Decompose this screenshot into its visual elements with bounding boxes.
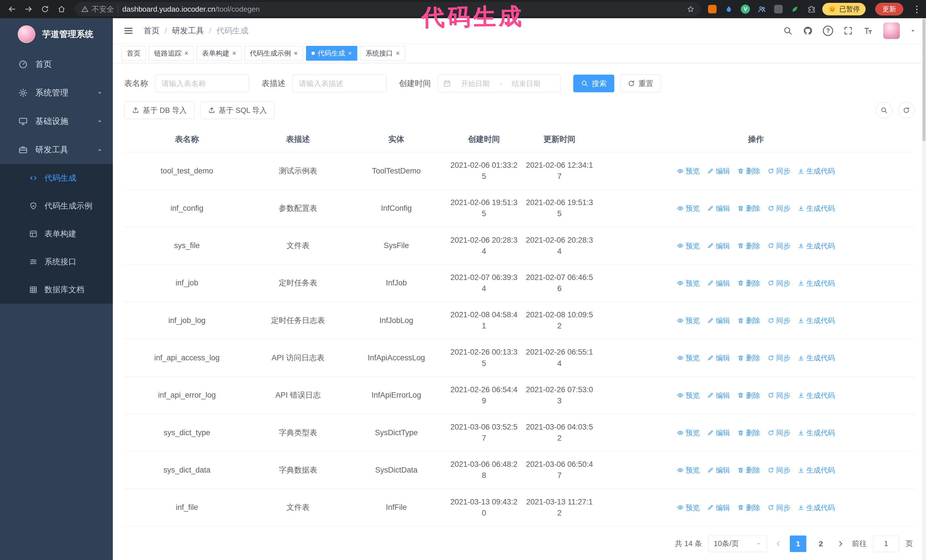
generate-code-link[interactable]: 生成代码 [798,315,835,326]
extension-square-icon[interactable] [773,3,784,15]
update-button[interactable]: 更新 [875,3,903,15]
close-icon[interactable]: × [294,50,298,57]
generate-code-link[interactable]: 生成代码 [798,278,835,288]
date-range-picker[interactable]: - [438,75,561,92]
tab-codegen[interactable]: 代码生成 × [306,46,357,61]
sync-link[interactable]: 同步 [767,278,790,288]
preview-link[interactable]: 预览 [677,241,700,251]
delete-link[interactable]: 删除 [737,390,760,400]
preview-link[interactable]: 预览 [677,427,700,438]
edit-link[interactable]: 编辑 [707,390,730,400]
edit-link[interactable]: 编辑 [707,241,730,251]
edit-link[interactable]: 编辑 [707,315,730,326]
sync-link[interactable]: 同步 [767,241,790,251]
extension-drop-icon[interactable] [723,3,735,15]
sync-link[interactable]: 同步 [767,353,790,363]
sync-link[interactable]: 同步 [767,315,790,326]
import-db-button[interactable]: 基于 DB 导入 [124,101,195,119]
import-sql-button[interactable]: 基于 SQL 导入 [200,101,275,119]
tab-form-builder[interactable]: 表单构建 × [197,46,242,61]
extension-orange-icon[interactable] [707,3,718,15]
extension-vue-devtools-icon[interactable]: V [740,3,751,15]
sync-link[interactable]: 同步 [767,503,790,513]
generate-code-link[interactable]: 生成代码 [798,353,835,363]
reload-button[interactable] [38,2,53,17]
sync-link[interactable]: 同步 [767,465,790,475]
sidebar-item-home[interactable]: 首页 [0,50,113,78]
generate-code-link[interactable]: 生成代码 [798,503,835,513]
chevron-down-icon[interactable] [910,28,916,33]
end-date-input[interactable] [505,80,547,88]
prev-page-button[interactable] [773,536,784,552]
sidebar-item-codegen-example[interactable]: 代码生成示例 [0,192,113,220]
delete-link[interactable]: 删除 [737,465,760,475]
delete-link[interactable]: 删除 [737,241,760,251]
preview-link[interactable]: 预览 [677,166,700,176]
preview-link[interactable]: 预览 [677,353,700,363]
tab-system-api[interactable]: 系统接口 × [360,46,405,61]
generate-code-link[interactable]: 生成代码 [798,203,835,213]
edit-link[interactable]: 编辑 [707,427,730,438]
breadcrumb-home[interactable]: 首页 [144,25,160,36]
edit-link[interactable]: 编辑 [707,278,730,288]
sync-link[interactable]: 同步 [767,390,790,400]
edit-link[interactable]: 编辑 [707,465,730,475]
preview-link[interactable]: 预览 [677,465,700,475]
delete-link[interactable]: 删除 [737,166,760,176]
edit-link[interactable]: 编辑 [707,203,730,213]
tab-home[interactable]: 首页 [121,46,146,61]
goto-page-input[interactable] [873,536,899,552]
table-desc-input[interactable] [292,75,386,92]
table-name-input[interactable] [155,75,249,92]
browser-menu-icon[interactable]: ⋮ [912,4,921,15]
security-warning[interactable]: 不安全 [81,4,114,14]
sync-link[interactable]: 同步 [767,427,790,438]
sidebar-item-system-management[interactable]: 系统管理 [0,78,113,107]
page-button-2[interactable]: 2 [813,536,829,552]
avatar[interactable] [883,23,900,39]
tab-tracing[interactable]: 链路追踪 × [149,46,194,61]
toggle-search-button[interactable] [876,102,893,118]
page-size-select[interactable]: 10条/页 [708,536,767,552]
bookmark-star-icon[interactable] [687,5,694,13]
page-button-1[interactable]: 1 [790,536,806,552]
sync-link[interactable]: 同步 [767,203,790,213]
generate-code-link[interactable]: 生成代码 [798,465,835,475]
font-size-icon[interactable] [863,26,873,36]
sidebar-item-form-builder[interactable]: 表单构建 [0,220,113,248]
close-icon[interactable]: × [348,50,352,57]
edit-link[interactable]: 编辑 [707,166,730,176]
delete-link[interactable]: 删除 [737,503,760,513]
sidebar-item-codegen[interactable]: 代码生成 [0,164,113,192]
sidebar-item-system-api[interactable]: 系统接口 [0,248,113,276]
generate-code-link[interactable]: 生成代码 [798,390,835,400]
reset-button[interactable]: 重置 [620,75,661,92]
close-icon[interactable]: × [232,50,236,57]
delete-link[interactable]: 删除 [737,278,760,288]
back-button[interactable] [5,2,20,17]
refresh-table-button[interactable] [898,102,915,118]
forward-button[interactable] [21,2,36,17]
edit-link[interactable]: 编辑 [707,353,730,363]
generate-code-link[interactable]: 生成代码 [798,427,835,438]
scrollbar-thumb[interactable] [923,19,925,141]
close-icon[interactable]: × [185,50,188,57]
edit-link[interactable]: 编辑 [707,503,730,513]
tab-codegen-example[interactable]: 代码生成示例 × [244,46,303,61]
delete-link[interactable]: 删除 [737,427,760,438]
github-icon[interactable] [803,26,813,36]
help-icon[interactable]: ? [823,26,833,36]
delete-link[interactable]: 删除 [737,315,760,326]
close-icon[interactable]: × [396,50,400,57]
generate-code-link[interactable]: 生成代码 [798,166,835,176]
extension-leaf-icon[interactable] [789,3,800,15]
breadcrumb-dev-tools[interactable]: 研发工具 [172,25,204,36]
home-button[interactable] [54,2,69,17]
search-button[interactable]: 搜索 [573,75,614,92]
preview-link[interactable]: 预览 [677,278,700,288]
sidebar-item-infrastructure[interactable]: 基础设施 [0,107,113,136]
paused-badge[interactable]: 已暂停 [822,3,865,15]
extension-people-icon[interactable] [756,3,767,15]
extensions-puzzle-icon[interactable] [806,3,817,15]
address-bar[interactable]: 不安全 dashboard.yudao.iocoder.cn/tool/code… [75,2,701,16]
